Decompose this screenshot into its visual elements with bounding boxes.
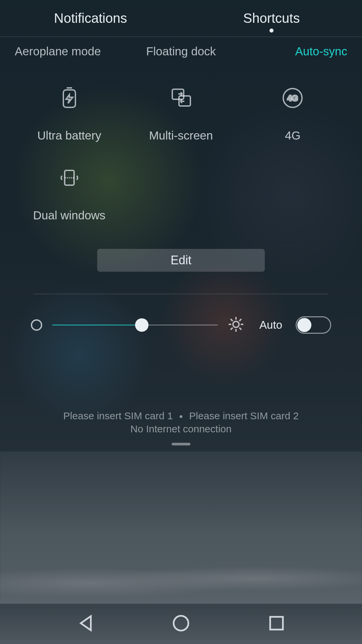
tile-4g[interactable]: 4G 4G bbox=[237, 86, 349, 142]
slider-fill bbox=[52, 325, 142, 325]
back-triangle-icon bbox=[76, 628, 96, 634]
svg-line-13 bbox=[231, 319, 233, 321]
shade-grab-handle[interactable] bbox=[172, 443, 190, 445]
tile-label: Multi-screen bbox=[149, 129, 213, 142]
fourg-icon: 4G bbox=[281, 86, 305, 111]
tile-label: 4G bbox=[285, 129, 301, 142]
battery-icon bbox=[57, 86, 81, 111]
svg-point-17 bbox=[174, 616, 188, 631]
home-circle-icon bbox=[171, 628, 191, 634]
tile-multi-screen[interactable]: Multi-screen bbox=[125, 86, 237, 142]
toggle-auto-sync[interactable]: Auto-sync bbox=[236, 45, 347, 58]
recent-square-icon bbox=[267, 628, 286, 634]
toggle-knob bbox=[297, 318, 311, 332]
svg-rect-18 bbox=[270, 617, 283, 630]
sim1-status: Please insert SIM card 1 bbox=[63, 410, 173, 421]
tile-ultra-battery[interactable]: Ultra battery bbox=[13, 86, 125, 142]
system-navbar bbox=[0, 604, 362, 644]
brightness-low-icon bbox=[31, 319, 42, 331]
nav-back-button[interactable] bbox=[76, 613, 96, 634]
status-footer: Please insert SIM card 1 Please insert S… bbox=[0, 409, 362, 435]
tab-shortcuts[interactable]: Shortcuts bbox=[181, 0, 362, 37]
tile-label: Dual windows bbox=[33, 209, 106, 222]
quick-settings-shade: Notifications Shortcuts Aeroplane mode F… bbox=[0, 0, 362, 439]
edit-button-label: Edit bbox=[171, 253, 191, 267]
svg-line-15 bbox=[231, 328, 233, 330]
brightness-row: Auto bbox=[0, 316, 362, 334]
tile-label: Ultra battery bbox=[37, 129, 101, 142]
svg-line-14 bbox=[239, 328, 241, 330]
dualwindows-icon bbox=[57, 166, 81, 191]
multiscreen-icon bbox=[169, 86, 193, 111]
tab-active-indicator bbox=[269, 29, 274, 33]
svg-text:4G: 4G bbox=[287, 94, 298, 103]
edit-button[interactable]: Edit bbox=[97, 249, 265, 272]
svg-point-8 bbox=[233, 321, 239, 327]
tab-shortcuts-label: Shortcuts bbox=[243, 11, 300, 26]
tile-dual-windows[interactable]: Dual windows bbox=[13, 166, 125, 222]
network-status: No Internet connection bbox=[0, 422, 362, 435]
shade-tabbar: Notifications Shortcuts bbox=[0, 0, 362, 37]
tab-notifications-label: Notifications bbox=[54, 11, 127, 26]
tile-grid: Ultra battery Multi-screen bbox=[0, 66, 362, 235]
status-separator bbox=[180, 415, 182, 418]
auto-brightness-toggle[interactable] bbox=[296, 316, 331, 334]
nav-home-button[interactable] bbox=[171, 613, 191, 634]
tab-notifications[interactable]: Notifications bbox=[0, 0, 181, 37]
nav-recent-button[interactable] bbox=[267, 613, 286, 634]
brightness-high-icon bbox=[228, 316, 244, 334]
slider-thumb[interactable] bbox=[135, 318, 148, 332]
sim2-status: Please insert SIM card 2 bbox=[189, 410, 299, 421]
brightness-slider[interactable] bbox=[52, 318, 218, 332]
toggle-floating-dock[interactable]: Floating dock bbox=[126, 45, 237, 58]
auto-brightness-label: Auto bbox=[259, 319, 282, 331]
quick-label-row: Aeroplane mode Floating dock Auto-sync bbox=[0, 37, 362, 66]
svg-line-16 bbox=[239, 319, 241, 321]
toggle-aeroplane-mode[interactable]: Aeroplane mode bbox=[15, 45, 126, 58]
section-divider bbox=[34, 294, 328, 294]
